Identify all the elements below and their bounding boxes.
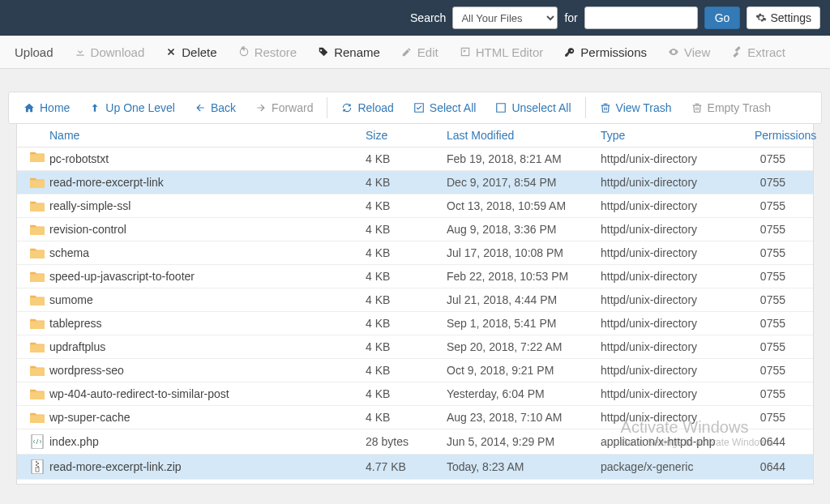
table-body[interactable]: pc-robotstxt4 KBFeb 19, 2018, 8:21 AMhtt… <box>17 147 813 484</box>
file-permissions: 0755 <box>755 223 805 236</box>
unselect-all-button[interactable]: Unselect All <box>487 97 579 118</box>
table-row[interactable]: pc-robotstxt4 KBFeb 19, 2018, 8:21 AMhtt… <box>17 147 813 171</box>
restore-icon <box>238 46 250 58</box>
file-permissions: 0755 <box>755 152 805 165</box>
col-type[interactable]: Type <box>601 129 755 142</box>
file-name: sumome <box>49 293 366 306</box>
forward-button[interactable]: Forward <box>247 97 321 118</box>
file-type: httpd/unix-directory <box>601 152 755 165</box>
file-type: httpd/unix-directory <box>601 364 755 377</box>
file-size: 4.77 KB <box>366 460 447 473</box>
delete-button[interactable]: Delete <box>157 41 225 64</box>
folder-icon <box>25 155 49 163</box>
folder-icon <box>25 246 49 259</box>
file-table: Name Size Last Modified Type Permissions… <box>16 124 814 485</box>
file-name: read-more-excerpt-link <box>49 176 366 189</box>
table-row[interactable]: schema4 KBJul 17, 2018, 10:08 PMhttpd/un… <box>17 241 813 265</box>
reload-button[interactable]: Reload <box>333 97 401 118</box>
file-permissions: 0755 <box>755 411 805 424</box>
col-permissions[interactable]: Permissions <box>755 129 830 142</box>
file-modified: Oct 9, 2018, 9:21 PM <box>447 364 601 377</box>
x-icon <box>165 46 177 58</box>
download-button[interactable]: Download <box>66 41 153 64</box>
file-modified: Jul 21, 2018, 4:44 PM <box>447 293 601 306</box>
table-row[interactable]: speed-up-javascript-to-footer4 KBFeb 22,… <box>17 265 813 288</box>
topbar: Search All Your Files for Go Settings <box>0 0 830 36</box>
home-icon <box>24 102 35 113</box>
trash-icon <box>600 102 611 113</box>
file-permissions: 0755 <box>755 317 805 330</box>
folder-icon <box>25 199 49 212</box>
extract-button[interactable]: Extract <box>723 41 794 64</box>
view-button[interactable]: View <box>660 41 718 64</box>
home-button[interactable]: Home <box>15 97 78 118</box>
table-row[interactable]: index.php28 bytesJun 5, 2014, 9:29 PMapp… <box>17 429 813 455</box>
file-modified: Today, 8:23 AM <box>447 460 601 473</box>
permissions-button[interactable]: Permissions <box>556 41 655 64</box>
file-type: httpd/unix-directory <box>601 340 755 353</box>
table-row[interactable]: read-more-excerpt-link.zip4.77 KBToday, … <box>17 455 813 480</box>
file-size: 28 bytes <box>366 435 447 448</box>
table-row[interactable]: wp-404-auto-redirect-to-similar-post4 KB… <box>17 382 813 406</box>
file-name: really-simple-ssl <box>49 199 366 212</box>
table-row[interactable]: updraftplus4 KBSep 20, 2018, 7:22 AMhttp… <box>17 335 813 359</box>
table-row[interactable]: wordpress-seo4 KBOct 9, 2018, 9:21 PMhtt… <box>17 359 813 382</box>
go-button[interactable]: Go <box>704 6 741 29</box>
upload-button[interactable]: Upload <box>6 41 62 64</box>
file-permissions: 0755 <box>755 199 805 212</box>
search-input[interactable] <box>584 6 698 29</box>
col-size[interactable]: Size <box>366 129 447 142</box>
folder-icon <box>25 176 49 189</box>
table-row[interactable]: really-simple-ssl4 KBOct 13, 2018, 10:59… <box>17 194 813 218</box>
table-row[interactable]: read-more-excerpt-link4 KBDec 9, 2017, 8… <box>17 171 813 194</box>
eye-icon <box>668 46 679 58</box>
col-name[interactable]: Name <box>49 129 366 142</box>
file-type: httpd/unix-directory <box>601 411 755 424</box>
nav-wrap: Home Up One Level Back Forward Reload Se… <box>0 69 830 491</box>
file-modified: Jun 5, 2014, 9:29 PM <box>447 435 601 448</box>
edit-button[interactable]: Edit <box>393 41 447 64</box>
file-type: httpd/unix-directory <box>601 387 755 400</box>
file-name: wordpress-seo <box>49 364 366 377</box>
file-name: read-more-excerpt-link.zip <box>49 460 366 473</box>
table-row[interactable]: tablepress4 KBSep 1, 2018, 5:41 PMhttpd/… <box>17 312 813 335</box>
file-permissions: 0644 <box>755 460 805 473</box>
pencil-icon <box>401 46 413 58</box>
file-type: httpd/unix-directory <box>601 199 755 212</box>
file-size: 4 KB <box>366 340 447 353</box>
search-scope-select[interactable]: All Your Files <box>452 6 558 29</box>
file-permissions: 0644 <box>755 435 805 448</box>
file-permissions: 0755 <box>755 387 805 400</box>
file-modified: Yesterday, 6:04 PM <box>447 387 601 400</box>
table-row[interactable]: revision-control4 KBAug 9, 2018, 3:36 PM… <box>17 218 813 241</box>
file-permissions: 0755 <box>755 340 805 353</box>
tag-icon <box>318 46 329 58</box>
folder-icon <box>25 317 49 330</box>
view-trash-button[interactable]: View Trash <box>592 97 680 118</box>
file-size: 4 KB <box>366 199 447 212</box>
html-editor-button[interactable]: HTML Editor <box>451 41 552 64</box>
file-type: package/x-generic <box>601 460 755 473</box>
key-icon <box>564 46 575 58</box>
file-modified: Oct 13, 2018, 10:59 AM <box>447 199 601 212</box>
rename-button[interactable]: Rename <box>310 41 388 64</box>
up-one-level-button[interactable]: Up One Level <box>81 97 183 118</box>
table-row[interactable]: wp-super-cache4 KBAug 23, 2018, 7:10 AMh… <box>17 406 813 429</box>
col-modified[interactable]: Last Modified <box>447 129 601 142</box>
file-permissions: 0755 <box>755 176 805 189</box>
trash-icon <box>691 102 703 113</box>
table-row[interactable]: sumome4 KBJul 21, 2018, 4:44 PMhttpd/uni… <box>17 288 813 312</box>
back-button[interactable]: Back <box>186 97 244 118</box>
back-icon <box>195 102 206 113</box>
folder-icon <box>25 270 49 283</box>
file-name: revision-control <box>49 223 366 236</box>
code-icon <box>25 434 49 449</box>
empty-trash-button[interactable]: Empty Trash <box>683 97 780 118</box>
restore-button[interactable]: Restore <box>230 41 306 64</box>
file-permissions: 0755 <box>755 270 805 283</box>
select-all-button[interactable]: Select All <box>405 97 485 118</box>
folder-icon <box>25 340 49 353</box>
file-name: tablepress <box>49 317 366 330</box>
file-size: 4 KB <box>366 176 447 189</box>
settings-button[interactable]: Settings <box>747 6 820 29</box>
